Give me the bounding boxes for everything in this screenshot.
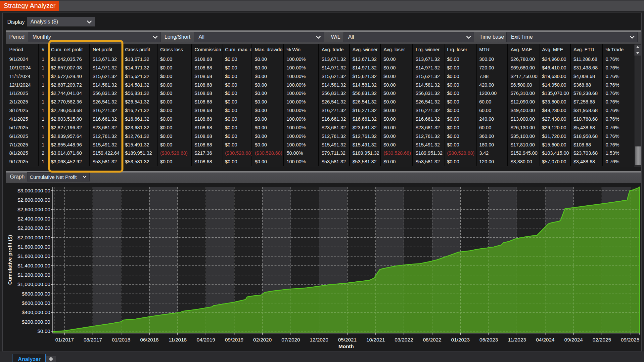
svg-text:$600,000.00: $600,000.00 bbox=[22, 300, 51, 306]
svg-text:08/2022: 08/2022 bbox=[423, 337, 441, 342]
svg-text:04/2024: 04/2024 bbox=[536, 337, 555, 342]
svg-text:02/2025: 02/2025 bbox=[592, 337, 611, 342]
svg-text:Cumulative profit ($): Cumulative profit ($) bbox=[7, 235, 13, 285]
svg-text:11/2018: 11/2018 bbox=[168, 337, 187, 342]
svg-text:$2,000,000.00: $2,000,000.00 bbox=[18, 235, 51, 240]
svg-text:$400,000.00: $400,000.00 bbox=[22, 309, 51, 315]
svg-text:11/2023: 11/2023 bbox=[508, 337, 526, 342]
svg-text:08/2017: 08/2017 bbox=[83, 337, 102, 342]
svg-text:$200,000.00: $200,000.00 bbox=[22, 319, 51, 325]
svg-text:$1,000,000.00: $1,000,000.00 bbox=[18, 281, 51, 287]
svg-text:$3,000,000.00: $3,000,000.00 bbox=[18, 188, 51, 193]
svg-text:03/2022: 03/2022 bbox=[394, 337, 413, 342]
svg-text:06/2023: 06/2023 bbox=[480, 337, 498, 342]
svg-text:02/2020: 02/2020 bbox=[253, 337, 272, 342]
svg-text:$2,800,000.00: $2,800,000.00 bbox=[18, 197, 51, 203]
svg-text:12/2020: 12/2020 bbox=[310, 337, 328, 342]
svg-text:$0.00: $0.00 bbox=[37, 328, 50, 334]
svg-text:$1,400,000.00: $1,400,000.00 bbox=[18, 263, 51, 268]
svg-text:01/2018: 01/2018 bbox=[112, 337, 130, 342]
svg-text:09/2019: 09/2019 bbox=[225, 337, 244, 342]
svg-text:09/2025: 09/2025 bbox=[621, 337, 639, 342]
svg-text:$1,200,000.00: $1,200,000.00 bbox=[18, 272, 51, 278]
svg-text:$2,200,000.00: $2,200,000.00 bbox=[18, 225, 51, 231]
svg-text:01/2023: 01/2023 bbox=[451, 337, 470, 342]
svg-text:01/2017: 01/2017 bbox=[55, 337, 74, 342]
svg-text:$2,600,000.00: $2,600,000.00 bbox=[18, 207, 51, 212]
svg-text:06/2018: 06/2018 bbox=[140, 337, 159, 342]
svg-text:07/2020: 07/2020 bbox=[282, 337, 300, 342]
svg-text:10/2021: 10/2021 bbox=[366, 337, 385, 342]
svg-text:$2,400,000.00: $2,400,000.00 bbox=[18, 216, 51, 221]
svg-text:05/2021: 05/2021 bbox=[338, 337, 356, 342]
svg-text:09/2024: 09/2024 bbox=[564, 337, 583, 342]
svg-text:$800,000.00: $800,000.00 bbox=[22, 291, 51, 297]
svg-text:Month: Month bbox=[339, 343, 354, 349]
svg-text:$1,600,000.00: $1,600,000.00 bbox=[18, 253, 51, 259]
svg-text:$1,800,000.00: $1,800,000.00 bbox=[18, 244, 51, 250]
svg-text:04/2019: 04/2019 bbox=[197, 337, 215, 342]
